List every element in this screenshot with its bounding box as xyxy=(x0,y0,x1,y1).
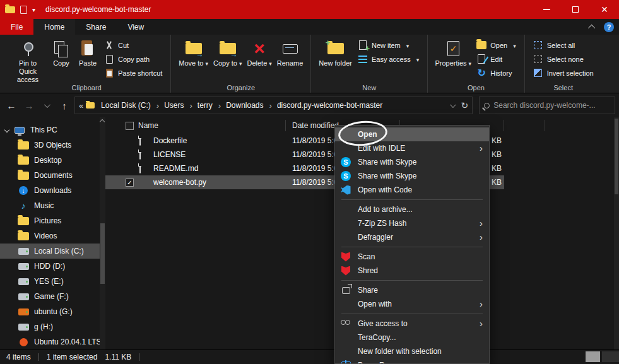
tab-view[interactable]: View xyxy=(117,19,155,35)
sidebar-item-ubuntu-g[interactable]: ubuntu (G:) xyxy=(0,304,100,319)
menu-item-share[interactable]: Share xyxy=(335,283,489,297)
paste-shortcut-button[interactable]: Paste shortcut xyxy=(101,66,165,79)
breadcrumb-segment[interactable]: Users xyxy=(162,97,195,114)
new-item-button[interactable]: New item xyxy=(355,38,422,52)
invert-selection-button[interactable]: Invert selection xyxy=(530,66,597,79)
column-separator[interactable] xyxy=(545,120,545,131)
delete-icon xyxy=(249,39,269,58)
help-icon[interactable] xyxy=(604,22,614,32)
close-button[interactable] xyxy=(590,0,619,19)
tab-share[interactable]: Share xyxy=(75,19,117,35)
horizontal-scrollbar-thumb[interactable] xyxy=(586,351,600,362)
menu-item-teracopy[interactable]: TeraCopy... xyxy=(335,331,489,344)
menu-item-new-folder-with-selection[interactable]: New folder with selection xyxy=(335,344,489,358)
copy-button[interactable]: Copy xyxy=(48,37,74,69)
menu-item-7zip-zs-hash[interactable]: 7-Zip ZS Hash xyxy=(335,216,489,230)
sidebar-item-videos[interactable]: Videos xyxy=(0,228,100,244)
copy-path-button[interactable]: Copy path xyxy=(101,52,165,66)
open-button[interactable]: Open xyxy=(473,38,519,52)
sidebar-item-local-disk-c[interactable]: Local Disk (C:) xyxy=(0,244,100,259)
file-list-scrollbar-thumb[interactable] xyxy=(615,119,618,194)
breadcrumb-overflow-icon[interactable]: « xyxy=(79,101,83,110)
paste-button[interactable]: Paste xyxy=(74,37,101,69)
sidebar-scrollbar-thumb[interactable] xyxy=(100,223,105,284)
menu-item-defraggler[interactable]: Defraggler xyxy=(335,230,489,244)
sidebar-scrollbar[interactable] xyxy=(100,117,105,349)
sidebar-item-label: Music xyxy=(34,201,54,210)
menu-item-edit-with-idle[interactable]: Edit with IDLE xyxy=(335,141,489,155)
minimize-button[interactable] xyxy=(532,0,561,19)
refresh-icon[interactable] xyxy=(461,100,468,110)
file-checkbox[interactable] xyxy=(126,179,134,187)
select-none-button[interactable]: Select none xyxy=(530,52,597,66)
column-separator[interactable] xyxy=(504,120,504,131)
delete-button[interactable]: Delete xyxy=(244,37,274,69)
sidebar-item-yes-e[interactable]: YES (E:) xyxy=(0,274,100,289)
recent-locations-button[interactable] xyxy=(39,97,54,114)
sidebar-item-music[interactable]: Music xyxy=(0,198,100,213)
drive-icon xyxy=(18,248,29,255)
cut-icon xyxy=(104,40,114,50)
history-button[interactable]: History xyxy=(473,66,519,79)
sidebar-item-this-pc[interactable]: This PC xyxy=(0,122,100,138)
pin-to-quick-access-button[interactable]: Pin to Quick access xyxy=(8,37,48,86)
column-header-date-modified[interactable]: Date modified xyxy=(292,121,339,130)
new-folder-button[interactable]: New folder xyxy=(316,37,355,69)
properties-button[interactable]: Properties xyxy=(433,37,473,69)
menu-item-open[interactable]: Open xyxy=(335,127,489,141)
clipboard-small-buttons: Cut Copy path Paste shortcut xyxy=(101,37,165,79)
file-name: Dockerfile xyxy=(153,136,187,145)
select-all-checkbox[interactable] xyxy=(126,122,134,130)
move-to-button[interactable]: Move to xyxy=(176,37,211,69)
menu-item-powerrename[interactable]: PowerRename xyxy=(335,358,489,364)
column-separator[interactable] xyxy=(285,120,286,131)
menu-item-share-with-skype-2[interactable]: Share with Skype xyxy=(335,169,489,183)
file-list-scrollbar[interactable] xyxy=(614,117,619,349)
scroll-up-icon[interactable] xyxy=(100,119,105,124)
search-input[interactable] xyxy=(493,101,610,110)
breadcrumb-segment[interactable]: Local Disk (C:) xyxy=(98,97,162,114)
paste-label: Paste xyxy=(79,59,97,68)
new-item-label: New item xyxy=(372,42,401,49)
menu-item-shred[interactable]: Shred xyxy=(335,264,489,278)
address-dropdown-icon[interactable] xyxy=(450,102,456,108)
rename-button[interactable]: Rename xyxy=(274,37,306,69)
edit-button[interactable]: Edit xyxy=(473,52,519,66)
cut-button[interactable]: Cut xyxy=(101,38,165,52)
maximize-button[interactable] xyxy=(561,0,590,19)
breadcrumb-segment[interactable]: terry xyxy=(195,97,223,114)
forward-button[interactable]: → xyxy=(21,97,37,114)
easy-access-button[interactable]: Easy access xyxy=(355,52,422,66)
menu-item-add-to-archive[interactable]: Add to archive... xyxy=(335,203,489,216)
ubuntu-icon xyxy=(20,338,28,346)
address-bar[interactable]: « Local Disk (C:) Users terry Downloads … xyxy=(74,97,473,114)
tab-file[interactable]: File xyxy=(0,19,33,35)
up-button[interactable]: ↑ xyxy=(57,97,72,114)
tab-home[interactable]: Home xyxy=(33,19,75,35)
sidebar-item-game-f[interactable]: Game (F:) xyxy=(0,289,100,304)
menu-item-give-access-to[interactable]: Give access to xyxy=(335,317,489,331)
sidebar-item-hdd-d[interactable]: HDD (D:) xyxy=(0,259,100,274)
sidebar-item-3d-objects[interactable]: 3D Objects xyxy=(0,138,100,153)
menu-item-scan[interactable]: Scan xyxy=(335,250,489,264)
copy-to-button[interactable]: Copy to xyxy=(211,37,244,69)
back-button[interactable]: ← xyxy=(4,97,19,114)
sidebar-item-ubuntu-lts[interactable]: Ubuntu 20.04.1 LTS xyxy=(0,334,100,349)
sidebar-item-pictures[interactable]: Pictures xyxy=(0,213,100,228)
sidebar-item-downloads[interactable]: Downloads xyxy=(0,183,100,198)
sidebar-item-g-h[interactable]: g (H:) xyxy=(0,319,100,334)
quick-access-toolbar-caret-icon[interactable] xyxy=(32,5,35,14)
pin-label: Pin to Quick access xyxy=(10,59,45,85)
column-header-name[interactable]: Name xyxy=(138,121,158,130)
menu-item-label: Add to archive... xyxy=(358,205,413,214)
menu-item-open-with[interactable]: Open with xyxy=(335,297,489,311)
breadcrumb-segment[interactable]: Downloads xyxy=(223,97,274,114)
menu-item-share-with-skype[interactable]: Share with Skype xyxy=(335,155,489,169)
select-all-button[interactable]: Select all xyxy=(530,38,597,52)
menu-item-open-with-code[interactable]: Open with Code xyxy=(335,183,489,197)
sidebar-item-documents[interactable]: Documents xyxy=(0,168,100,183)
quick-access-properties-icon[interactable] xyxy=(20,6,27,14)
breadcrumb-segment[interactable]: discord.py-welcome-bot-master xyxy=(274,97,385,114)
chevron-down-icon[interactable] xyxy=(4,127,9,132)
sidebar-item-desktop[interactable]: Desktop xyxy=(0,153,100,168)
